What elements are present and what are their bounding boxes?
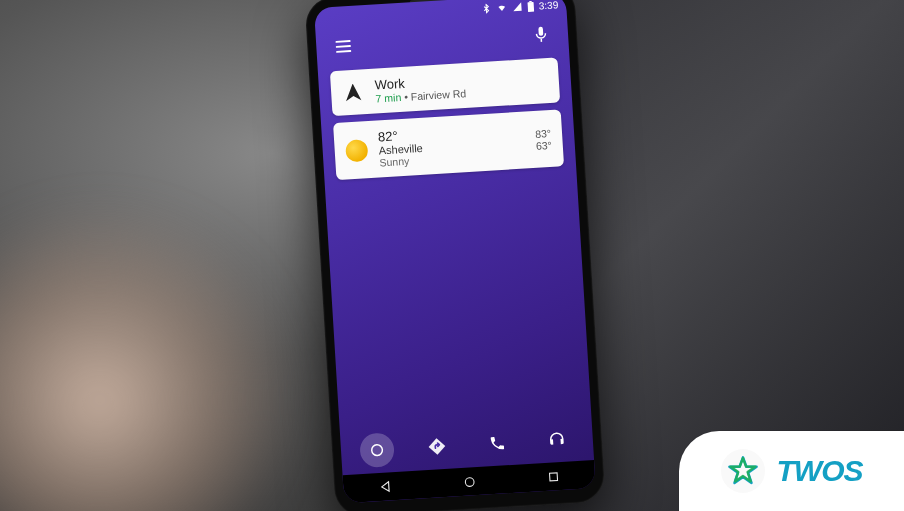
bluetooth-icon <box>481 3 492 14</box>
voice-search-button[interactable] <box>527 21 555 49</box>
recents-button[interactable] <box>532 461 574 491</box>
svg-line-3 <box>337 46 350 47</box>
weather-card[interactable]: 82° Asheville Sunny 83° 63° <box>333 109 564 180</box>
twos-logo-icon <box>721 449 765 493</box>
svg-line-4 <box>337 51 350 52</box>
svg-rect-8 <box>549 472 557 480</box>
weather-condition: Sunny <box>379 154 424 169</box>
sun-icon <box>345 139 368 162</box>
svg-rect-1 <box>529 0 532 1</box>
svg-point-6 <box>371 444 382 455</box>
navigation-arrow-icon <box>342 81 365 104</box>
menu-button[interactable] <box>330 33 358 61</box>
status-time: 3:39 <box>538 0 558 11</box>
cards-container: Work 7 min • Fairview Rd 82° Asheville S… <box>318 53 577 185</box>
back-button[interactable] <box>365 472 407 502</box>
hand-holding-phone <box>0 200 300 511</box>
nav-maps-button[interactable] <box>419 428 455 464</box>
weather-high-low: 83° 63° <box>535 126 552 151</box>
smartphone-device: 3:39 Work 7 min • Fairview Rd <box>304 0 605 511</box>
phone-screen: 3:39 Work 7 min • Fairview Rd <box>314 0 596 503</box>
weather-high: 83° <box>535 126 552 139</box>
nav-phone-button[interactable] <box>479 425 515 461</box>
svg-line-2 <box>336 41 349 42</box>
wifi-icon <box>496 2 508 13</box>
svg-rect-0 <box>527 1 534 11</box>
navigation-card[interactable]: Work 7 min • Fairview Rd <box>330 57 560 116</box>
content-spacer <box>325 169 592 433</box>
weather-left: 82° Asheville Sunny <box>345 127 424 171</box>
nav-home-button[interactable] <box>359 432 395 468</box>
signal-icon <box>512 1 523 12</box>
battery-icon <box>526 0 534 11</box>
twos-watermark-text: TWOS <box>777 454 863 488</box>
navigation-card-text: Work 7 min • Fairview Rd <box>374 67 548 105</box>
navigation-eta: 7 min <box>375 91 401 105</box>
twos-watermark: TWOS <box>679 431 904 511</box>
weather-low: 63° <box>536 138 553 151</box>
weather-main: 82° Asheville Sunny <box>377 127 423 169</box>
home-button[interactable] <box>448 466 490 496</box>
svg-rect-5 <box>541 39 543 42</box>
svg-point-7 <box>465 477 474 486</box>
nav-music-button[interactable] <box>539 421 575 457</box>
navigation-route: Fairview Rd <box>410 87 466 102</box>
